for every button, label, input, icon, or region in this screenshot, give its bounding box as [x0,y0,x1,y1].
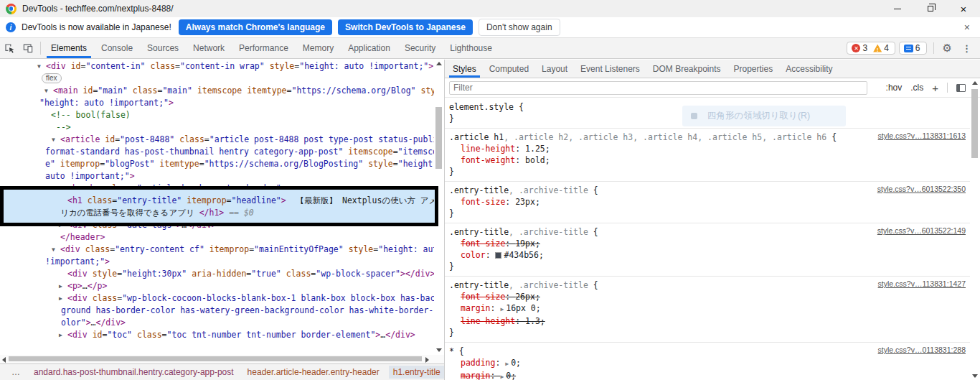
expand-value-icon[interactable]: ▶ [500,374,504,380]
expand-arrow-icon[interactable]: ▼ [52,134,60,146]
color-swatch[interactable] [495,252,501,259]
toggle-sidebar-icon[interactable] [956,84,966,92]
dom-tree-row[interactable]: <h1 class="entry-title" itemprop="headli… [0,195,434,207]
css-property[interactable]: color: #434b56; [449,249,966,261]
stylesheet-link[interactable]: style.css?v…6013522:149 [877,226,966,235]
close-brace: } [449,208,966,219]
breadcrumb-item[interactable]: header.article-header.entry-header [243,366,384,379]
scrollbar-thumb[interactable] [971,89,978,158]
inspect-element-button[interactable] [0,38,19,58]
dom-tree-row[interactable]: format-standard has-post-thumbnail hentr… [0,146,434,158]
stylesheet-link[interactable]: style.css?v…113831:1613 [878,131,966,140]
dom-tree-row[interactable]: ▼<div id="content-in" class="content-in … [0,60,434,73]
rule-selector-line: style.css?v…0113831:288* { [449,346,966,357]
stylesheet-link[interactable]: style.css?v…113831:1427 [878,279,966,288]
stylesheet-link[interactable]: style.css?v…6013522:350 [877,185,966,193]
tab-memory[interactable]: Memory [296,38,341,58]
dont-show-again-button[interactable]: Don't show again [479,19,560,36]
dom-tree-row[interactable]: <!-- bool(false) [0,109,434,121]
minimize-button[interactable] [881,0,914,17]
tab-sources[interactable]: Sources [140,38,186,58]
scrollbar-thumb[interactable] [9,356,422,361]
issues-badge[interactable]: ✕ 3 ! 4 [847,42,895,55]
scroll-up-icon[interactable] [436,62,442,65]
dom-tree-row[interactable]: auto !important;"> [0,170,434,182]
css-property[interactable]: font-weight: bold; [449,154,966,166]
expand-value-icon[interactable]: ▶ [505,361,509,367]
sidebar-tab-styles[interactable]: Styles [446,60,483,78]
elements-horizontal-scrollbar[interactable] [0,355,445,363]
close-button[interactable]: × [947,0,980,17]
expand-arrow-icon[interactable]: ▼ [37,60,46,73]
tab-lighthouse[interactable]: Lighthouse [443,38,499,58]
css-property[interactable]: font-size: 23px; [449,196,966,208]
css-property[interactable]: line-height: 1.25; [449,143,966,154]
settings-gear-icon[interactable]: ⚙ [937,42,958,55]
sidebar-tab-dom-breakpoints[interactable]: DOM Breakpoints [646,60,727,78]
css-property[interactable]: line-height: 1.3; [449,315,966,327]
code-segment: class [88,195,113,205]
dom-tree-row[interactable]: --> [0,121,434,134]
expand-arrow-icon[interactable]: ▶ [59,292,67,305]
expand-arrow-icon[interactable]: ▶ [59,329,67,341]
dom-tree-row[interactable]: ▶<div class="wp-block-cocoon-blocks-blan… [0,292,434,305]
dom-tree-row[interactable]: ▼<div class="entry-content cf" itemprop=… [0,244,434,256]
css-property[interactable]: margin: ▶16px 0; [449,302,966,315]
sidebar-tab-event-listeners[interactable]: Event Listeners [574,60,646,78]
dom-tree-row[interactable]: !important;"> [0,256,434,268]
breadcrumb-item[interactable]: andard.has-post-thumbnail.hentry.categor… [29,366,238,379]
tab-elements[interactable]: Elements [44,38,94,58]
dom-tree-row[interactable]: </header> [0,231,434,244]
dom-tree-row[interactable]: e" itemprop="blogPost" itemtype="https:/… [0,158,434,170]
sidebar-tab-computed[interactable]: Computed [483,60,535,78]
expand-value-icon[interactable]: ▶ [500,306,504,312]
dom-tree-row[interactable]: リカの電話番号を取得できるアプリ </h1> == $0 [0,207,434,219]
sidebar-tab-accessibility[interactable]: Accessibility [779,60,839,78]
toggle-hover-state-button[interactable]: :hov [886,83,903,93]
dom-tree-row[interactable]: ▶<div id="toc" class="toc tnt-number tnt… [0,329,434,341]
dom-tree-row[interactable]: ▶<p>…</p> [0,280,434,292]
tab-console[interactable]: Console [94,38,140,58]
styles-filter-input[interactable] [449,81,867,95]
device-toolbar-button[interactable] [19,38,37,58]
scroll-down-icon[interactable] [436,348,442,352]
dom-tree-row[interactable]: "height: auto !important;"> [0,97,434,109]
styles-vertical-scrollbar[interactable] [970,79,980,380]
dom-tree-row[interactable]: flex [0,73,434,85]
messages-badge[interactable]: 6 [899,42,927,55]
breadcrumb-overflow[interactable]: … [7,366,24,379]
property-name: font-size [461,197,505,207]
scrollbar-thumb[interactable] [435,107,442,169]
sidebar-tab-layout[interactable]: Layout [535,60,574,78]
css-property[interactable]: padding: ▶0; [449,357,966,370]
toggle-classes-button[interactable]: .cls [910,83,923,93]
scroll-left-icon[interactable] [2,357,6,363]
tab-application[interactable]: Application [341,38,397,58]
dom-tree-row[interactable]: ▼<article id="post-8488" class="article … [0,134,434,146]
more-options-icon[interactable]: ⋮ [958,43,976,54]
tab-performance[interactable]: Performance [232,38,296,58]
scroll-up-icon[interactable] [972,81,978,85]
tab-network[interactable]: Network [186,38,232,58]
expand-arrow-icon[interactable]: ▼ [52,244,60,256]
scroll-right-icon[interactable] [425,357,429,363]
dom-tree-row[interactable]: <div style="height:30px" aria-hidden="tr… [0,268,434,280]
css-property[interactable]: font-size: 19px; [449,238,966,249]
restore-button[interactable] [914,0,947,17]
dom-tree-row[interactable]: ground has-border-color has-watery-green… [0,305,434,317]
css-property[interactable]: margin: ▶0; [449,370,966,380]
expand-arrow-icon[interactable]: ▶ [59,280,67,292]
new-style-rule-button[interactable]: + [932,82,938,94]
switch-japanese-button[interactable]: Switch DevTools to Japanese [338,19,473,35]
breadcrumb-item[interactable]: h1.entry-title [389,366,444,379]
tab-security[interactable]: Security [397,38,443,58]
stylesheet-link[interactable]: style.css?v…0113831:288 [878,346,966,354]
dom-tree-row[interactable]: ▼<main id="main" class="main" itemscope … [0,85,434,97]
scroll-down-icon[interactable] [972,374,978,378]
match-language-button[interactable]: Always match Chrome's language [179,19,332,35]
infobar-close-icon[interactable]: × [960,22,974,33]
css-property[interactable]: font-size: 26px; [449,291,966,302]
sidebar-tab-properties[interactable]: Properties [727,60,780,78]
dom-tree-row[interactable]: olor">…</div> [0,317,434,329]
expand-arrow-icon[interactable]: ▼ [44,85,53,97]
